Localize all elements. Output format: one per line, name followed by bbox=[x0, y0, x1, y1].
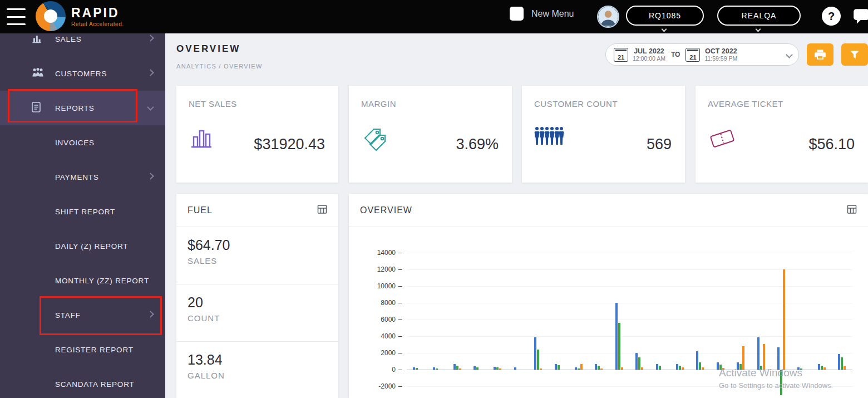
y-tick-label: 0 bbox=[349, 366, 402, 374]
sidebar-item-label: SHIFT REPORT bbox=[55, 208, 115, 216]
chart-bar-green bbox=[476, 367, 479, 370]
store-selector[interactable]: RQ1085 bbox=[626, 6, 704, 32]
chart-bar-blue bbox=[696, 351, 698, 370]
brand-tagline: Retail Accelerated. bbox=[71, 21, 124, 27]
sidebar-item-reports[interactable]: REPORTS bbox=[0, 91, 165, 125]
user-avatar[interactable] bbox=[597, 6, 619, 28]
fuel-panel-title: FUEL bbox=[188, 205, 213, 215]
chart-bar-blue bbox=[797, 367, 800, 370]
chart-bar-orange bbox=[702, 367, 704, 370]
chart-bar-orange bbox=[844, 366, 846, 370]
table-icon[interactable] bbox=[847, 204, 857, 217]
chart-bar-orange bbox=[783, 269, 785, 370]
top-header: RAPID Retail Accelerated. New Menu RQ108… bbox=[0, 0, 868, 33]
chart-bar-blue bbox=[717, 362, 719, 370]
sidebar-item-invoices[interactable]: INVOICES bbox=[0, 125, 165, 160]
chart-bar-blue bbox=[777, 347, 780, 370]
chevron-right-icon bbox=[147, 35, 154, 42]
chart-plot-area bbox=[407, 253, 852, 386]
chart-bar-blue bbox=[413, 367, 415, 370]
chart-bar-green bbox=[537, 350, 539, 370]
chart-bar-green bbox=[821, 366, 823, 370]
sidebar-item-scandata-report[interactable]: SCANDATA REPORT bbox=[0, 367, 165, 398]
chart-bar-green bbox=[719, 365, 722, 370]
chart-bar-orange bbox=[763, 344, 765, 370]
fuel-panel: FUEL $64.70 SALES 20 COUNT 13.84 GALLON bbox=[176, 194, 338, 398]
chart-bar-orange bbox=[499, 368, 501, 370]
chart-bar-orange bbox=[682, 367, 684, 370]
chart-bar-green bbox=[578, 368, 580, 370]
sidebar-item-register-report[interactable]: REGISTER REPORT bbox=[0, 332, 165, 367]
fuel-stat-count: 20 COUNT bbox=[176, 284, 338, 342]
fuel-stat-value: 20 bbox=[188, 294, 327, 311]
chart-gridline bbox=[407, 303, 852, 303]
fuel-stat-value: 13.84 bbox=[188, 352, 327, 368]
environment-selector[interactable]: REALQA bbox=[717, 6, 801, 32]
chart-bar-green bbox=[659, 366, 661, 370]
chart-bar-blue bbox=[757, 337, 760, 370]
sidebar-item-daily-z-report[interactable]: DAILY (Z) REPORT bbox=[0, 229, 165, 263]
sidebar-item-monthly-zz-report[interactable]: MONTHLY (ZZ) REPORT bbox=[0, 263, 165, 298]
chart-bar-green bbox=[618, 323, 620, 370]
y-tick-label: 8000 bbox=[349, 299, 402, 307]
kpi-card-net-sales: NET SALES $31920.43 bbox=[176, 86, 338, 183]
table-icon[interactable] bbox=[317, 204, 327, 217]
fuel-stat-gallon: 13.84 GALLON bbox=[176, 342, 338, 398]
chart-bar-green bbox=[760, 366, 762, 370]
sidebar-item-sales[interactable]: SALES bbox=[0, 33, 165, 56]
chart-bar-orange bbox=[580, 364, 583, 370]
date-range-picker[interactable]: 21 JUL 2022 12:00:00 AM TO 21 OCT 2022 1… bbox=[605, 43, 799, 66]
kpi-label: MARGIN bbox=[361, 99, 396, 109]
overview-panel-title: OVERVIEW bbox=[360, 205, 412, 215]
print-button[interactable] bbox=[807, 43, 834, 66]
chart-bar-orange bbox=[459, 368, 461, 370]
chart-bar-green bbox=[841, 357, 843, 370]
y-tick-label: 4000 bbox=[349, 332, 402, 340]
customers-people-icon bbox=[31, 67, 45, 80]
sidebar-item-label: MONTHLY (ZZ) REPORT bbox=[55, 277, 149, 285]
chart-bar-green bbox=[456, 366, 458, 370]
sidebar-item-staff[interactable]: STAFF bbox=[0, 298, 165, 332]
sidebar-item-label: REPORTS bbox=[55, 104, 95, 112]
chart-bar-blue bbox=[453, 364, 456, 370]
calendar-icon: 21 bbox=[685, 48, 700, 62]
chart-bar-blue bbox=[433, 367, 435, 370]
calendar-icon: 21 bbox=[614, 48, 628, 62]
kpi-label: NET SALES bbox=[189, 99, 237, 109]
sidebar-item-label: DAILY (Z) REPORT bbox=[55, 242, 128, 250]
chart-bar-green bbox=[739, 364, 742, 370]
chat-icon[interactable] bbox=[852, 8, 868, 24]
kpi-value: $56.10 bbox=[808, 136, 855, 153]
chevron-right-icon bbox=[147, 173, 154, 180]
chevron-right-icon bbox=[147, 311, 154, 318]
store-caret-icon[interactable] bbox=[662, 27, 667, 32]
environment-caret-icon[interactable] bbox=[756, 27, 761, 32]
store-code: RQ1085 bbox=[649, 11, 681, 20]
chart-bar-blue bbox=[656, 364, 658, 370]
sidebar-item-label: CUSTOMERS bbox=[55, 70, 107, 78]
sidebar-item-customers[interactable]: CUSTOMERS bbox=[0, 56, 165, 91]
chart-bar-green bbox=[800, 368, 802, 370]
help-button[interactable]: ? bbox=[822, 7, 841, 26]
chart-bar-green bbox=[416, 368, 418, 370]
kpi-card-customer-count: CUSTOMER COUNT 569 bbox=[522, 86, 685, 183]
chart-bar-orange bbox=[641, 367, 643, 370]
y-tick-label: -2000 bbox=[349, 382, 402, 390]
funnel-icon bbox=[849, 49, 860, 60]
chart-bar-blue bbox=[534, 337, 536, 370]
chart-bar-orange bbox=[600, 368, 603, 370]
chart-bar-orange bbox=[742, 346, 744, 370]
filter-button[interactable] bbox=[841, 43, 868, 66]
date-range-caret-icon[interactable] bbox=[786, 51, 793, 58]
sidebar-item-label: STAFF bbox=[55, 311, 81, 320]
new-menu-toggle[interactable]: New Menu bbox=[510, 7, 574, 21]
sidebar-item-payments[interactable]: PAYMENTS bbox=[0, 160, 165, 194]
chart-y-axis: 14000120001000080006000400020000-2000 bbox=[349, 253, 402, 386]
chart-bar-green bbox=[780, 370, 782, 395]
new-menu-checkbox[interactable] bbox=[510, 7, 524, 21]
chart-bar-orange bbox=[823, 367, 826, 370]
chart-gridline bbox=[407, 286, 852, 287]
hamburger-menu-icon[interactable] bbox=[7, 8, 27, 25]
sidebar-item-shift-report[interactable]: SHIFT REPORT bbox=[0, 194, 165, 229]
y-tick-label: 12000 bbox=[349, 266, 402, 273]
